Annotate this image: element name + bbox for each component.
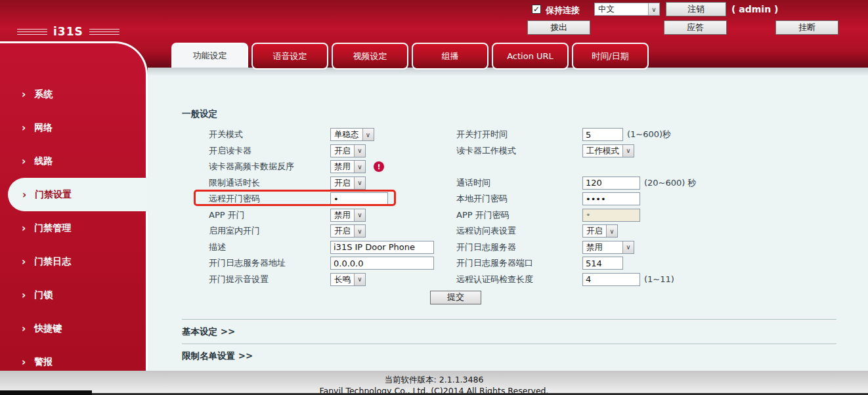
field-label: 远程开门密码	[209, 193, 330, 205]
form-row: 开门提示音设置 长鸣 ∨ 远程认证码检查长度 (1~11)	[209, 272, 697, 288]
field-label: 本地开门密码	[456, 193, 582, 205]
app-open-password-input	[582, 209, 640, 222]
chevron-right-icon: ›	[22, 156, 26, 167]
sidebar-item-alert[interactable]: › 警报	[0, 345, 146, 379]
logout-button[interactable]: 注销	[666, 2, 726, 16]
submit-button[interactable]: 提交	[430, 291, 481, 304]
section-title: 一般设定	[182, 108, 217, 120]
chevron-down-icon: ∨	[622, 145, 634, 157]
card-reader-work-mode-select[interactable]: 工作模式 ∨	[582, 144, 634, 157]
chevron-down-icon: ∨	[354, 225, 365, 237]
form-row: 启用室内开门 开启 ∨ 远程访问表设置 开启 ∨	[209, 223, 697, 239]
sidebar-item-label: 系统	[34, 89, 53, 100]
main-content: 一般设定 开关模式 单稳态 ∨ 开关打开时间 (1~600)秒 开启读卡器 开启	[148, 68, 868, 371]
chevron-right-icon: ›	[22, 89, 26, 100]
range-hint: (1~11)	[644, 274, 674, 284]
card-reader-enable-select[interactable]: 开启 ∨	[330, 144, 366, 157]
sidebar-item-label: 门禁管理	[34, 222, 71, 234]
sidebar-item-label: 警报	[34, 356, 53, 368]
indoor-open-select[interactable]: 开启 ∨	[330, 224, 366, 238]
remote-auth-code-length-input[interactable]	[582, 273, 640, 286]
sidebar-item-access-management[interactable]: › 门禁管理	[0, 211, 146, 245]
switch-mode-select[interactable]: 单稳态 ∨	[330, 128, 374, 141]
tab-video-settings[interactable]: 视频设定	[332, 43, 408, 70]
field-label: 开门日志服务器地址	[209, 257, 330, 269]
field-label: 读卡器高频卡数据反序	[209, 161, 330, 173]
range-hint: (1~600)秒	[627, 129, 671, 140]
chevron-right-icon: ›	[22, 256, 26, 268]
language-select[interactable]: 中文 ∨	[594, 3, 660, 16]
sidebar-item-system[interactable]: › 系统	[0, 77, 146, 111]
description-input[interactable]	[330, 241, 434, 254]
field-label: 启用室内开门	[209, 225, 330, 237]
switch-open-time-input[interactable]	[582, 128, 623, 141]
field-label: 开关打开时间	[456, 129, 582, 140]
sidebar-item-label: 门禁日志	[34, 256, 71, 268]
chevron-right-icon: ›	[22, 356, 26, 368]
form-row: 开关模式 单稳态 ∨ 开关打开时间 (1~600)秒	[209, 127, 697, 143]
remote-access-table-select[interactable]: 开启 ∨	[582, 224, 618, 238]
sidebar-item-label: 门禁设置	[35, 189, 72, 201]
card-reader-reverse-select[interactable]: 禁用 ∨	[330, 160, 366, 173]
footer-notch	[0, 390, 92, 395]
chevron-down-icon: ∨	[354, 274, 365, 285]
field-label: 通话时间	[456, 177, 582, 189]
local-open-password-input[interactable]	[582, 192, 640, 205]
chevron-down-icon: ∨	[354, 145, 365, 157]
door-log-server-address-input[interactable]	[330, 257, 434, 270]
chevron-right-icon: ›	[22, 189, 26, 201]
tab-bar: 功能设定 语音设定 视频设定 组播 Action URL 时间/日期	[171, 43, 649, 70]
field-label: 远程访问表设置	[456, 225, 582, 237]
field-label: 远程认证码检查长度	[456, 274, 582, 285]
call-time-limit-select[interactable]: 开启 ∨	[330, 177, 366, 190]
door-open-tone-select[interactable]: 长鸣 ∨	[330, 273, 366, 286]
chevron-down-icon: ∨	[354, 209, 365, 221]
keep-alive-checkbox[interactable]: ✓	[532, 5, 541, 14]
sidebar-item-network[interactable]: › 网络	[0, 111, 146, 144]
dial-out-button[interactable]: 拨出	[527, 20, 590, 35]
sidebar-item-hotkey[interactable]: › 快捷键	[0, 312, 146, 345]
chevron-right-icon: ›	[22, 122, 26, 134]
sidebar-item-door-lock[interactable]: › 门锁	[0, 278, 146, 312]
tab-function-settings[interactable]: 功能设定	[171, 43, 248, 68]
form-row: 远程开门密码 本地开门密码	[209, 191, 697, 207]
tab-time-date[interactable]: 时间/日期	[572, 43, 649, 70]
field-label: 开门日志服务器	[456, 241, 582, 253]
field-label: 读卡器工作模式	[456, 145, 582, 157]
form-row: 描述 开门日志服务器 禁用 ∨	[209, 239, 697, 256]
chevron-down-icon: ∨	[354, 177, 365, 189]
sidebar-nav: › 系统 › 网络 › 线路 › 门禁设置 › 门禁管理 › 门禁日志 › 门锁…	[0, 41, 148, 371]
sidebar-item-label: 快捷键	[34, 323, 62, 335]
app-open-select[interactable]: 禁用 ∨	[330, 209, 366, 222]
divider	[182, 319, 836, 320]
chevron-down-icon: ∨	[354, 161, 365, 173]
tab-multicast[interactable]: 组播	[412, 43, 488, 70]
door-log-server-port-input[interactable]	[582, 257, 623, 270]
talk-time-input[interactable]	[582, 177, 640, 190]
field-label: APP 开门密码	[456, 209, 582, 221]
sidebar-item-line[interactable]: › 线路	[0, 144, 146, 178]
field-label: 描述	[209, 241, 330, 253]
sidebar-item-label: 门锁	[34, 289, 53, 301]
field-label: APP 开门	[209, 209, 330, 221]
settings-form: 开关模式 单稳态 ∨ 开关打开时间 (1~600)秒 开启读卡器 开启 ∨	[209, 127, 697, 304]
alert-icon: !	[374, 161, 384, 172]
chevron-down-icon: ∨	[606, 225, 617, 237]
keep-alive-label: 保持连接	[546, 5, 580, 16]
door-log-server-select[interactable]: 禁用 ∨	[582, 241, 634, 254]
tab-voice-settings[interactable]: 语音设定	[251, 43, 328, 70]
form-row: 开启读卡器 开启 ∨ 读卡器工作模式 工作模式 ∨	[209, 143, 697, 159]
form-row: 限制通话时长 开启 ∨ 通话时间 (20~600) 秒	[209, 175, 697, 192]
remote-open-password-input[interactable]	[330, 192, 388, 205]
logo-text: i31S	[53, 25, 83, 38]
tab-action-url[interactable]: Action URL	[492, 43, 569, 70]
hangup-button[interactable]: 挂断	[775, 20, 838, 35]
field-label: 限制通话时长	[209, 177, 330, 189]
restrict-list-link[interactable]: 限制名单设置 >>	[182, 350, 253, 362]
sidebar-item-access-settings[interactable]: › 门禁设置	[8, 178, 148, 211]
brand-logo: i31S	[17, 25, 119, 38]
answer-button[interactable]: 应答	[664, 20, 727, 35]
sidebar-item-access-log[interactable]: › 门禁日志	[0, 245, 146, 278]
logo-lines-icon	[89, 29, 119, 35]
basic-settings-link[interactable]: 基本设定 >>	[182, 326, 235, 338]
